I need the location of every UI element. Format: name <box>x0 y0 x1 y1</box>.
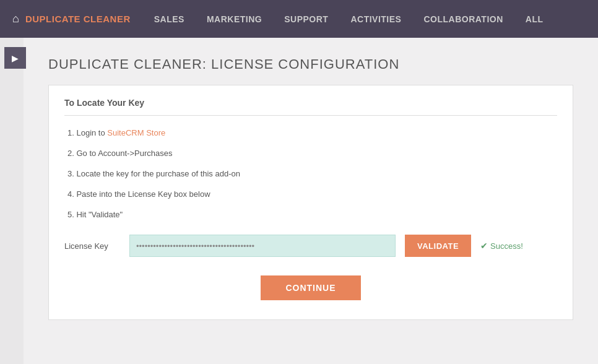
navbar: ⌂ DUPLICATE CLEANER SALES MARKETING SUPP… <box>0 0 598 38</box>
license-label: License Key <box>64 241 120 251</box>
main-area: ▶ DUPLICATE CLEANER: LICENSE CONFIGURATI… <box>0 38 598 364</box>
license-key-input[interactable] <box>129 235 396 257</box>
card-header: To Locate Your Key <box>64 98 557 116</box>
home-icon: ⌂ <box>12 12 19 25</box>
success-text: Success! <box>490 241 523 251</box>
navbar-items: SALES MARKETING SUPPORT ACTIVITIES COLLA… <box>143 0 598 38</box>
nav-item-all[interactable]: ALL <box>514 0 555 38</box>
nav-item-collaboration[interactable]: COLLABORATION <box>412 0 514 38</box>
instruction-1: 1. Login to SuiteCRM Store <box>64 128 557 137</box>
license-row: License Key VALIDATE ✔ Success! <box>64 235 557 257</box>
page-title: DUPLICATE CLEANER: LICENSE CONFIGURATION <box>48 56 573 72</box>
success-message: ✔ Success! <box>480 241 523 251</box>
validate-button[interactable]: VALIDATE <box>405 235 471 257</box>
nav-item-support[interactable]: SUPPORT <box>273 0 339 38</box>
instruction-5: 5. Hit "Validate" <box>64 210 557 219</box>
suitecrm-store-link[interactable]: SuiteCRM Store <box>107 128 165 137</box>
license-card: To Locate Your Key 1. Login to SuiteCRM … <box>48 85 573 320</box>
nav-item-activities[interactable]: ACTIVITIES <box>339 0 412 38</box>
instruction-4: 4. Paste into the License Key box below <box>64 189 557 199</box>
sidebar-strip: ▶ <box>0 38 24 364</box>
nav-item-marketing[interactable]: MARKETING <box>196 0 273 38</box>
instruction-3: 3. Locate the key for the purchase of th… <box>64 169 557 178</box>
instructions-list: 1. Login to SuiteCRM Store 2. Go to Acco… <box>64 128 557 219</box>
content-area: DUPLICATE CLEANER: LICENSE CONFIGURATION… <box>24 38 598 364</box>
continue-row: CONTINUE <box>64 275 557 300</box>
nav-item-sales[interactable]: SALES <box>143 0 196 38</box>
continue-button[interactable]: CONTINUE <box>261 275 360 300</box>
navbar-brand[interactable]: ⌂ DUPLICATE CLEANER <box>0 0 143 38</box>
sidebar-toggle-button[interactable]: ▶ <box>4 47 26 69</box>
brand-title: DUPLICATE CLEANER <box>25 14 131 24</box>
instruction-2: 2. Go to Account->Purchases <box>64 149 557 158</box>
check-icon: ✔ <box>480 241 488 251</box>
